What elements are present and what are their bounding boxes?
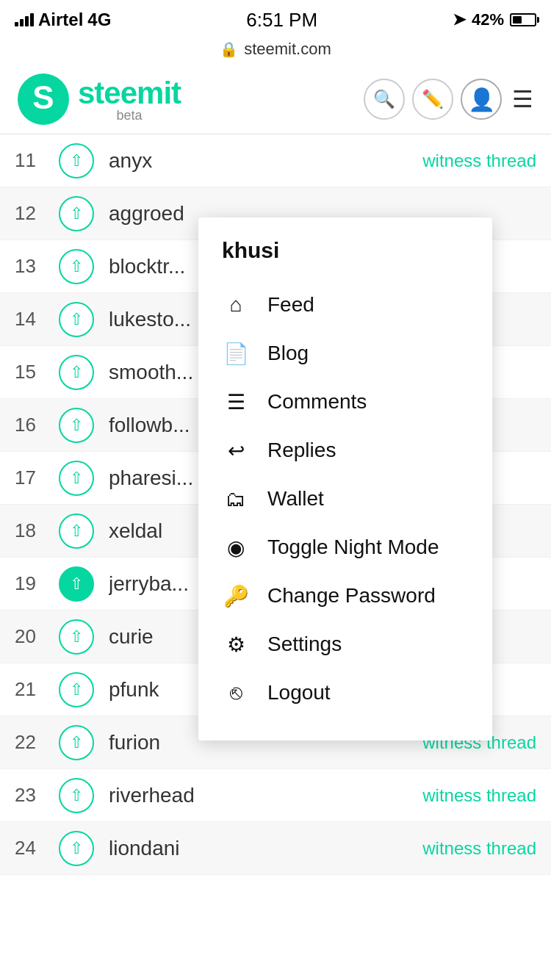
status-bar: Airtel 4G 6:51 PM ➤ 42%	[0, 0, 551, 37]
night-mode-icon: ◉	[222, 533, 250, 561]
chevron-up-icon: ⇧	[70, 310, 83, 329]
menu-item-label-night-mode: Toggle Night Mode	[267, 536, 439, 559]
vote-button[interactable]: ⇧	[59, 355, 94, 390]
rank-number: 12	[15, 202, 59, 225]
battery-percent: 42%	[472, 10, 504, 29]
menu-item-settings[interactable]: ⚙Settings	[222, 620, 469, 669]
menu-item-label-replies: Replies	[267, 439, 336, 462]
menu-item-comments[interactable]: ☰Comments	[222, 378, 469, 426]
vote-button[interactable]: ⇧	[59, 672, 94, 707]
logo-area: S steemit beta	[18, 73, 364, 125]
rank-number: 17	[15, 466, 59, 489]
menu-item-label-wallet: Wallet	[267, 487, 324, 511]
witness-name: liondani	[109, 837, 422, 860]
chevron-up-icon: ⇧	[70, 204, 83, 223]
logout-icon: ⎋	[222, 679, 250, 707]
menu-item-replies[interactable]: ↩Replies	[222, 426, 469, 475]
edit-icon: ✏️	[422, 89, 444, 109]
menu-item-blog[interactable]: 📄Blog	[222, 329, 469, 378]
table-row: 24⇧liondaniwitness thread	[0, 822, 551, 875]
battery-icon	[510, 13, 536, 26]
vote-button[interactable]: ⇧	[59, 302, 94, 337]
settings-icon: ⚙	[222, 630, 250, 658]
table-row: 23⇧riverheadwitness thread	[0, 769, 551, 822]
menu-button[interactable]: ☰	[512, 85, 533, 113]
status-right: ➤ 42%	[453, 10, 536, 29]
vote-button[interactable]: ⇧	[59, 196, 94, 231]
signal-bar-3	[25, 16, 29, 26]
avatar-icon: 👤	[468, 87, 495, 112]
table-row: 11⇧anyxwitness thread	[0, 134, 551, 187]
vote-button[interactable]: ⇧	[59, 619, 94, 655]
network-label: 4G	[87, 10, 111, 30]
search-button[interactable]: 🔍	[364, 79, 405, 120]
signal-bars	[15, 13, 34, 26]
witness-link[interactable]: witness thread	[422, 838, 536, 859]
chevron-up-icon: ⇧	[70, 151, 83, 170]
signal-bar-4	[30, 13, 34, 26]
rank-number: 22	[15, 731, 59, 754]
witness-name: riverhead	[109, 784, 422, 807]
menu-item-change-password[interactable]: 🔑Change Password	[222, 572, 469, 620]
menu-item-label-comments: Comments	[267, 390, 367, 414]
chevron-up-icon: ⇧	[70, 522, 83, 541]
vote-button[interactable]: ⇧	[59, 566, 94, 602]
witness-link[interactable]: witness thread	[422, 151, 536, 171]
menu-item-label-feed: Feed	[267, 293, 314, 317]
vote-button[interactable]: ⇧	[59, 514, 94, 549]
url-text: steemit.com	[244, 40, 331, 59]
chevron-up-icon: ⇧	[70, 469, 83, 488]
vote-button[interactable]: ⇧	[59, 461, 94, 496]
chevron-up-icon: ⇧	[70, 839, 83, 858]
profile-button[interactable]: 👤	[461, 79, 502, 120]
chevron-up-icon: ⇧	[70, 627, 83, 646]
lock-icon: 🔒	[220, 40, 238, 58]
chevron-up-icon: ⇧	[70, 257, 83, 276]
rank-number: 18	[15, 519, 59, 542]
replies-icon: ↩	[222, 436, 250, 464]
signal-bar-2	[20, 19, 24, 26]
menu-item-feed[interactable]: ⌂Feed	[222, 281, 469, 329]
chevron-up-icon: ⇧	[70, 416, 83, 435]
chevron-up-icon: ⇧	[70, 680, 83, 699]
rank-number: 24	[15, 837, 59, 860]
signal-bar-1	[15, 22, 18, 26]
brand-text: steemit beta	[78, 76, 181, 123]
compose-button[interactable]: ✏️	[412, 79, 453, 120]
menu-username: khusi	[222, 238, 469, 263]
comments-icon: ☰	[222, 388, 250, 416]
rank-number: 23	[15, 784, 59, 807]
rank-number: 14	[15, 308, 59, 331]
steemit-logo: S	[18, 73, 69, 125]
menu-item-label-logout: Logout	[267, 681, 331, 705]
vote-button[interactable]: ⇧	[59, 778, 94, 813]
rank-number: 16	[15, 414, 59, 436]
svg-text:S: S	[32, 79, 54, 115]
feed-icon: ⌂	[222, 291, 250, 319]
vote-button[interactable]: ⇧	[59, 408, 94, 443]
vote-button[interactable]: ⇧	[59, 249, 94, 284]
header: S steemit beta 🔍 ✏️ 👤 ☰	[0, 65, 551, 134]
blog-icon: 📄	[222, 339, 250, 367]
rank-number: 11	[15, 149, 59, 172]
menu-item-wallet[interactable]: 🗂Wallet	[222, 475, 469, 523]
vote-button[interactable]: ⇧	[59, 143, 94, 179]
chevron-up-icon: ⇧	[70, 363, 83, 382]
carrier-label: Airtel	[38, 10, 83, 30]
location-icon: ➤	[453, 10, 466, 29]
rank-number: 13	[15, 255, 59, 278]
menu-item-logout[interactable]: ⎋Logout	[222, 669, 469, 717]
rank-number: 15	[15, 361, 59, 383]
chevron-up-icon: ⇧	[70, 786, 83, 805]
menu-item-label-settings: Settings	[267, 633, 342, 656]
menu-item-night-mode[interactable]: ◉Toggle Night Mode	[222, 523, 469, 572]
dropdown-menu[interactable]: khusi ⌂Feed📄Blog☰Comments↩Replies🗂Wallet…	[198, 217, 492, 741]
menu-item-label-blog: Blog	[267, 342, 309, 365]
url-bar[interactable]: 🔒 steemit.com	[0, 37, 551, 65]
menu-item-label-change-password: Change Password	[267, 584, 436, 608]
change-password-icon: 🔑	[222, 582, 250, 610]
vote-button[interactable]: ⇧	[59, 831, 94, 866]
vote-button[interactable]: ⇧	[59, 725, 94, 760]
witness-link[interactable]: witness thread	[422, 785, 536, 806]
status-left: Airtel 4G	[15, 10, 111, 30]
